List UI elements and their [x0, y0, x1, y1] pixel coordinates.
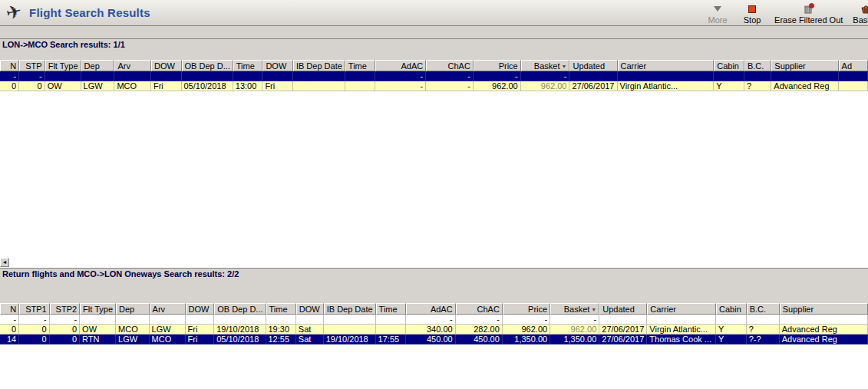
- selected-row[interactable]: 1400RTNLGWMCOFri05/10/201812:55Sat19/10/…: [0, 335, 868, 344]
- column-header-b-c[interactable]: B.C.: [744, 60, 771, 71]
- cell-stp: -: [19, 71, 45, 81]
- erase-filtered-out-button[interactable]: Erase Filtered Out: [774, 3, 843, 25]
- return-results-table: NSTP1STP2Flt TypeDepArvDOWOB Dep D...Tim…: [0, 303, 868, 344]
- cell-n: -: [0, 71, 19, 81]
- column-header-flt-type[interactable]: Flt Type: [45, 60, 81, 71]
- cell-arv: [114, 71, 151, 81]
- column-header-cabin[interactable]: Cabin: [714, 60, 744, 71]
- column-header-updated[interactable]: Updated: [569, 60, 617, 71]
- column-header-ad[interactable]: Ad: [839, 60, 868, 71]
- cell-basket: 962.00: [521, 81, 570, 91]
- column-header-cabin[interactable]: Cabin: [716, 303, 747, 315]
- cell-flt-type: RTN: [80, 335, 116, 344]
- column-header-dow[interactable]: DOW: [186, 303, 215, 315]
- column-header-ib-dep-date[interactable]: IB Dep Date: [293, 60, 345, 71]
- cell-adac: 450.00: [406, 335, 456, 344]
- column-header-price[interactable]: Price: [474, 60, 521, 71]
- column-header-basket[interactable]: Basket▼: [521, 60, 570, 71]
- erase-filtered-out-button-label: Erase Filtered Out: [774, 15, 843, 25]
- spacer: [0, 26, 868, 38]
- column-header-n[interactable]: N: [0, 60, 19, 71]
- cell-time: 12:55: [266, 335, 296, 344]
- column-header-b-c[interactable]: B.C.: [747, 303, 780, 315]
- column-header-ob-dep-d[interactable]: OB Dep D...: [182, 60, 233, 71]
- more-button[interactable]: More: [705, 3, 730, 25]
- cell-b-c: ?-?: [747, 335, 780, 344]
- stop-button[interactable]: Stop: [740, 3, 764, 25]
- column-header-dow[interactable]: DOW: [262, 60, 293, 71]
- column-header-n[interactable]: N: [0, 303, 19, 315]
- column-header-time[interactable]: Time: [266, 303, 296, 315]
- cell-stp1: 0: [19, 335, 49, 344]
- cell-cabin: [714, 71, 744, 81]
- column-header-supplier[interactable]: Supplier: [771, 60, 838, 71]
- column-header-basket[interactable]: Basket▼: [550, 303, 599, 315]
- cell-basket: 1,350.00: [550, 335, 599, 344]
- cell-dow: [151, 71, 182, 81]
- column-header-ob-dep-d[interactable]: OB Dep D...: [214, 303, 266, 315]
- hscroll-left-button[interactable]: ◄: [0, 258, 9, 267]
- column-header-chac[interactable]: ChAC: [456, 303, 503, 315]
- cell-dep: [81, 71, 115, 81]
- column-header-flt-type[interactable]: Flt Type: [80, 303, 116, 315]
- result-row[interactable]: 000OWMCOLGWFri19/10/201819:30Sat340.0028…: [0, 325, 868, 335]
- column-header-adac[interactable]: AdAC: [375, 60, 426, 71]
- cell-ib-dep-date: [293, 71, 345, 81]
- cell-stp2: 0: [50, 335, 80, 344]
- column-header-arv[interactable]: Arv: [150, 303, 186, 315]
- cell-ob-dep-d: [182, 71, 233, 81]
- cell-time: [345, 81, 375, 91]
- column-header-time[interactable]: Time: [345, 60, 375, 71]
- spacer: [0, 51, 868, 60]
- cell-ib-dep-date: [324, 325, 376, 335]
- cell-dow: Sat: [296, 335, 324, 344]
- summary-row[interactable]: -------: [0, 315, 868, 325]
- column-header-time[interactable]: Time: [376, 303, 406, 315]
- column-header-dow[interactable]: DOW: [296, 303, 324, 315]
- result-row[interactable]: 00OWLGWMCOFri05/10/201813:00Fri--962.009…: [0, 81, 868, 91]
- cell-updated: 27/06/2017: [599, 325, 647, 335]
- column-header-stp2[interactable]: STP2: [50, 303, 80, 315]
- column-header-carrier[interactable]: Carrier: [647, 303, 716, 315]
- cell-time: [233, 71, 263, 81]
- cell-supplier: Advanced Reg: [780, 335, 868, 344]
- column-header-ib-dep-date[interactable]: IB Dep Date: [324, 303, 376, 315]
- selected-row[interactable]: ------: [0, 71, 868, 81]
- cell-carrier: Thomas Cook ...: [647, 335, 716, 344]
- cell-adac: 340.00: [406, 325, 456, 335]
- cell-dow: [262, 71, 293, 81]
- column-header-dep[interactable]: Dep: [116, 303, 150, 315]
- cell-flt-type: [45, 71, 81, 81]
- cell-cabin: Y: [716, 325, 747, 335]
- cell-updated: 27/06/2017: [599, 335, 647, 344]
- column-header-dep[interactable]: Dep: [81, 60, 115, 71]
- column-header-carrier[interactable]: Carrier: [618, 60, 715, 71]
- basket-button-label: Basket: [853, 15, 868, 25]
- column-header-stp1[interactable]: STP1: [19, 303, 49, 315]
- cell-stp1: 0: [19, 325, 49, 335]
- column-header-chac[interactable]: ChAC: [426, 60, 474, 71]
- outbound-horizontal-scrollbar[interactable]: ◄: [0, 258, 868, 268]
- cell-dep: [116, 315, 150, 325]
- cell-time: [376, 325, 406, 335]
- cell-n: 0: [0, 81, 19, 91]
- cell-cabin: Y: [714, 81, 744, 91]
- column-header-time[interactable]: Time: [233, 60, 263, 71]
- column-header-arv[interactable]: Arv: [114, 60, 151, 71]
- column-header-stp[interactable]: STP: [19, 60, 45, 71]
- title-bar: ✈ Flight Search Results More Stop Erase …: [0, 0, 868, 26]
- cell-flt-type: [80, 315, 116, 325]
- cell-updated: 27/06/2017: [569, 81, 617, 91]
- airplane-icon: ✈: [4, 1, 23, 22]
- column-header-adac[interactable]: AdAC: [406, 303, 456, 315]
- cell-cabin: [716, 315, 747, 325]
- column-header-supplier[interactable]: Supplier: [780, 303, 868, 315]
- cell-dep: LGW: [116, 335, 150, 344]
- cell-stp: 0: [19, 81, 45, 91]
- cell-dow: [296, 315, 324, 325]
- column-header-price[interactable]: Price: [503, 303, 550, 315]
- cell-n: 14: [0, 335, 19, 344]
- basket-button[interactable]: Basket: [853, 3, 868, 25]
- column-header-dow[interactable]: DOW: [151, 60, 182, 71]
- column-header-updated[interactable]: Updated: [599, 303, 647, 315]
